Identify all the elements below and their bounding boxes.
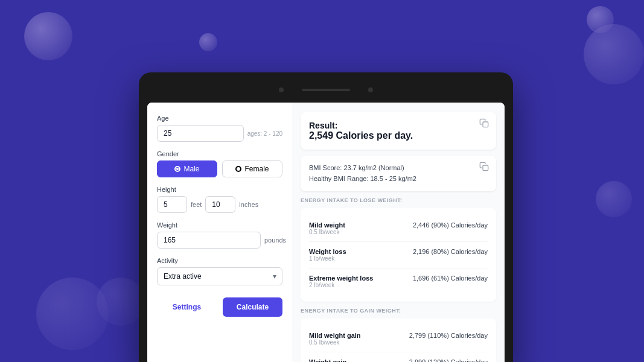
lose-entry-2-value: 1,696 (61%) Calories/day xyxy=(413,275,488,282)
weight-field-group: Weight pounds xyxy=(157,221,282,249)
svg-rect-1 xyxy=(483,165,488,171)
weight-label: Weight xyxy=(157,221,282,229)
lose-entry-0-left: Mild weight 0.5 lb/week xyxy=(309,221,345,235)
tablet-frame: Age ages: 2 - 120 Gender Male Female xyxy=(139,72,513,362)
weight-input[interactable] xyxy=(157,232,261,249)
calculate-button[interactable]: Calculate xyxy=(223,297,282,317)
lose-entry-2: Extreme weight loss 2 lb/week 1,696 (61%… xyxy=(309,268,488,294)
height-field-group: Height feet inches xyxy=(157,186,282,213)
age-input[interactable] xyxy=(157,125,244,142)
lose-entry-1-sub: 1 lb/week xyxy=(309,255,346,262)
gender-field-group: Gender Male Female xyxy=(157,150,282,177)
lose-entry-0-sub: 0.5 lb/week xyxy=(309,229,345,235)
gain-entry-0-sub: 0.5 lb/week xyxy=(309,339,361,346)
lose-weight-card: Mild weight 0.5 lb/week 2,446 (90%) Calo… xyxy=(301,208,496,302)
decorative-sphere-1 xyxy=(24,12,72,60)
lose-entry-1: Weight loss 1 lb/week 2,196 (80%) Calori… xyxy=(309,242,488,268)
lose-entry-0-title: Mild weight xyxy=(309,221,345,229)
bmi-score: BMI Score: 23.7 kg/m2 (Normal) xyxy=(309,163,488,174)
button-row: Settings Calculate xyxy=(157,297,282,317)
weight-input-row: pounds xyxy=(157,232,282,249)
age-input-row: ages: 2 - 120 xyxy=(157,125,282,142)
lose-entry-1-title: Weight loss xyxy=(309,248,346,255)
height-feet-input[interactable] xyxy=(157,196,187,213)
activity-select-wrapper: Sedentary Lightly active Moderately acti… xyxy=(157,267,282,285)
gain-entry-1-title: Weight gain xyxy=(309,358,346,362)
camera-dot-2 xyxy=(368,87,373,92)
bmi-card: BMI Score: 23.7 kg/m2 (Normal) Healthy B… xyxy=(301,156,496,191)
lose-entry-1-value: 2,196 (80%) Calories/day xyxy=(413,248,488,255)
age-field-group: Age ages: 2 - 120 xyxy=(157,115,282,142)
gain-entry-0-title: Mild weight gain xyxy=(309,332,361,339)
copy-icon-result[interactable] xyxy=(479,118,490,129)
radio-female xyxy=(235,166,241,172)
decorative-sphere-5 xyxy=(36,278,109,350)
gain-entry-1: Weight gain 1 lb/week 2,999 (120%) Calor… xyxy=(309,352,488,362)
camera-dot xyxy=(279,87,284,92)
decorative-sphere-7 xyxy=(596,181,632,217)
height-row: feet inches xyxy=(157,196,282,213)
settings-button[interactable]: Settings xyxy=(157,297,217,317)
gender-label: Gender xyxy=(157,150,282,157)
speaker-bar xyxy=(302,89,350,91)
weight-unit-label: pounds xyxy=(264,237,286,244)
result-calories: 2,549 Calories per day. xyxy=(309,130,488,141)
tablet-top-bar xyxy=(147,83,505,97)
gender-female-label: Female xyxy=(244,165,269,173)
gender-male-label: Male xyxy=(183,165,199,173)
activity-field-group: Activity Sedentary Lightly active Modera… xyxy=(157,257,282,285)
lose-entry-1-left: Weight loss 1 lb/week xyxy=(309,248,346,262)
svg-rect-0 xyxy=(483,122,488,127)
gain-entry-1-value: 2,999 (120%) Calories/day xyxy=(409,358,488,362)
gain-entry-0-left: Mild weight gain 0.5 lb/week xyxy=(309,332,361,346)
bmi-range: Healthy BMI Range: 18.5 - 25 kg/m2 xyxy=(309,174,488,185)
result-card: Result: 2,549 Calories per day. xyxy=(301,112,496,150)
lose-weight-section-label: ENERGY INTAKE TO LOSE WEIGHT: xyxy=(301,197,496,203)
age-hint: ages: 2 - 120 xyxy=(247,130,282,137)
lose-entry-0-value: 2,446 (90%) Calories/day xyxy=(413,221,488,229)
activity-select[interactable]: Sedentary Lightly active Moderately acti… xyxy=(157,267,282,285)
lose-entry-2-title: Extreme weight loss xyxy=(309,275,373,282)
activity-label: Activity xyxy=(157,257,282,264)
gender-male-option[interactable]: Male xyxy=(157,160,217,177)
lose-entry-0: Mild weight 0.5 lb/week 2,446 (90%) Calo… xyxy=(309,215,488,242)
left-panel: Age ages: 2 - 120 Gender Male Female xyxy=(147,103,292,362)
decorative-sphere-3 xyxy=(587,6,614,33)
gain-entry-0-value: 2,799 (110%) Calories/day xyxy=(409,332,488,339)
lose-entry-2-left: Extreme weight loss 2 lb/week xyxy=(309,275,373,288)
gain-entry-0: Mild weight gain 0.5 lb/week 2,799 (110%… xyxy=(309,326,488,352)
gender-group: Male Female xyxy=(157,160,282,177)
right-panel: Result: 2,549 Calories per day. BMI Scor… xyxy=(292,103,505,362)
tablet-screen: Age ages: 2 - 120 Gender Male Female xyxy=(147,103,505,362)
gain-entry-1-left: Weight gain 1 lb/week xyxy=(309,358,346,362)
copy-icon-bmi[interactable] xyxy=(479,162,490,173)
gender-female-option[interactable]: Female xyxy=(222,160,282,177)
feet-unit-label: feet xyxy=(191,201,202,208)
result-label: Result: xyxy=(309,121,337,130)
height-label: Height xyxy=(157,186,282,193)
gain-weight-card: Mild weight gain 0.5 lb/week 2,799 (110%… xyxy=(301,319,496,362)
inches-unit-label: inches xyxy=(239,201,258,208)
decorative-sphere-6 xyxy=(97,278,145,326)
height-inches-input[interactable] xyxy=(205,196,235,213)
decorative-sphere-4 xyxy=(584,24,644,84)
gain-weight-section-label: ENERGY INTAKE TO GAIN WEIGHT: xyxy=(301,308,496,314)
decorative-sphere-2 xyxy=(199,33,217,51)
radio-male xyxy=(174,166,180,172)
age-label: Age xyxy=(157,115,282,122)
lose-entry-2-sub: 2 lb/week xyxy=(309,282,373,288)
